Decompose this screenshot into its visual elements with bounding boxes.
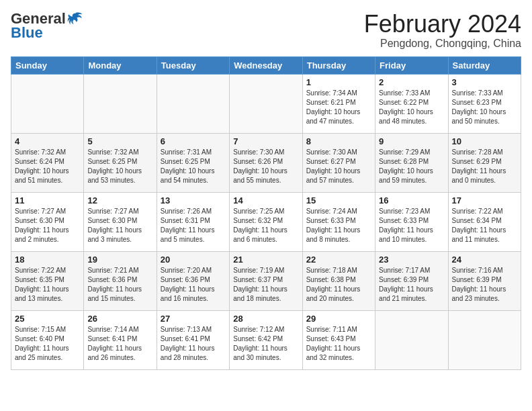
calendar-cell: 24Sunrise: 7:16 AM Sunset: 6:39 PM Dayli… xyxy=(448,251,521,310)
day-info: Sunrise: 7:32 AM Sunset: 6:24 PM Dayligh… xyxy=(15,148,80,185)
calendar-week-row: 25Sunrise: 7:15 AM Sunset: 6:40 PM Dayli… xyxy=(11,310,521,369)
day-number: 6 xyxy=(161,136,226,146)
day-number: 29 xyxy=(306,314,371,324)
day-info: Sunrise: 7:20 AM Sunset: 6:36 PM Dayligh… xyxy=(161,266,226,304)
calendar-cell: 11Sunrise: 7:27 AM Sunset: 6:30 PM Dayli… xyxy=(11,192,84,251)
calendar-subtitle: Pengdong, Chongqing, China xyxy=(364,38,521,50)
calendar-week-row: 11Sunrise: 7:27 AM Sunset: 6:30 PM Dayli… xyxy=(11,192,521,251)
logo-bird-icon xyxy=(67,11,83,27)
calendar-cell: 27Sunrise: 7:13 AM Sunset: 6:41 PM Dayli… xyxy=(157,310,229,369)
calendar-cell: 12Sunrise: 7:27 AM Sunset: 6:30 PM Dayli… xyxy=(84,192,157,251)
day-info: Sunrise: 7:23 AM Sunset: 6:33 PM Dayligh… xyxy=(379,207,444,244)
day-number: 12 xyxy=(87,195,152,205)
day-info: Sunrise: 7:22 AM Sunset: 6:34 PM Dayligh… xyxy=(452,207,517,244)
day-number: 25 xyxy=(15,314,80,324)
calendar-week-row: 4Sunrise: 7:32 AM Sunset: 6:24 PM Daylig… xyxy=(11,133,521,192)
calendar-header-saturday: Saturday xyxy=(448,56,521,74)
day-info: Sunrise: 7:28 AM Sunset: 6:29 PM Dayligh… xyxy=(452,148,517,185)
calendar-header-tuesday: Tuesday xyxy=(157,56,229,74)
logo-blue-text: Blue xyxy=(11,24,43,42)
day-number: 23 xyxy=(379,255,444,265)
calendar-cell: 23Sunrise: 7:17 AM Sunset: 6:39 PM Dayli… xyxy=(375,251,448,310)
calendar-cell: 5Sunrise: 7:32 AM Sunset: 6:25 PM Daylig… xyxy=(84,133,157,192)
calendar-cell: 22Sunrise: 7:18 AM Sunset: 6:38 PM Dayli… xyxy=(302,251,375,310)
day-info: Sunrise: 7:27 AM Sunset: 6:30 PM Dayligh… xyxy=(87,207,152,244)
day-number: 3 xyxy=(452,77,517,87)
day-info: Sunrise: 7:34 AM Sunset: 6:21 PM Dayligh… xyxy=(306,89,371,126)
calendar-cell: 13Sunrise: 7:26 AM Sunset: 6:31 PM Dayli… xyxy=(157,192,229,251)
calendar-cell: 8Sunrise: 7:30 AM Sunset: 6:27 PM Daylig… xyxy=(302,133,375,192)
day-info: Sunrise: 7:19 AM Sunset: 6:37 PM Dayligh… xyxy=(233,266,298,304)
day-number: 14 xyxy=(233,195,298,205)
day-number: 7 xyxy=(233,136,298,146)
calendar-header-friday: Friday xyxy=(375,56,448,74)
calendar-header-wednesday: Wednesday xyxy=(230,56,302,74)
day-number: 4 xyxy=(15,136,80,146)
day-number: 20 xyxy=(161,255,226,265)
calendar-week-row: 18Sunrise: 7:22 AM Sunset: 6:35 PM Dayli… xyxy=(11,251,521,310)
calendar-cell: 16Sunrise: 7:23 AM Sunset: 6:33 PM Dayli… xyxy=(375,192,448,251)
day-info: Sunrise: 7:30 AM Sunset: 6:27 PM Dayligh… xyxy=(306,148,371,185)
day-number: 1 xyxy=(306,77,371,87)
calendar-week-row: 1Sunrise: 7:34 AM Sunset: 6:21 PM Daylig… xyxy=(11,74,521,133)
calendar-cell: 25Sunrise: 7:15 AM Sunset: 6:40 PM Dayli… xyxy=(11,310,84,369)
day-number: 5 xyxy=(87,136,152,146)
day-number: 18 xyxy=(15,255,80,265)
calendar-cell: 15Sunrise: 7:24 AM Sunset: 6:33 PM Dayli… xyxy=(302,192,375,251)
calendar-cell: 14Sunrise: 7:25 AM Sunset: 6:32 PM Dayli… xyxy=(230,192,302,251)
day-number: 13 xyxy=(161,195,226,205)
calendar-cell: 17Sunrise: 7:22 AM Sunset: 6:34 PM Dayli… xyxy=(448,192,521,251)
calendar-cell: 6Sunrise: 7:31 AM Sunset: 6:25 PM Daylig… xyxy=(157,133,229,192)
calendar-cell: 21Sunrise: 7:19 AM Sunset: 6:37 PM Dayli… xyxy=(230,251,302,310)
calendar-cell: 3Sunrise: 7:33 AM Sunset: 6:23 PM Daylig… xyxy=(448,74,521,133)
calendar-cell: 4Sunrise: 7:32 AM Sunset: 6:24 PM Daylig… xyxy=(11,133,84,192)
day-info: Sunrise: 7:24 AM Sunset: 6:33 PM Dayligh… xyxy=(306,207,371,244)
day-number: 8 xyxy=(306,136,371,146)
calendar-cell: 10Sunrise: 7:28 AM Sunset: 6:29 PM Dayli… xyxy=(448,133,521,192)
day-info: Sunrise: 7:27 AM Sunset: 6:30 PM Dayligh… xyxy=(15,207,80,244)
day-info: Sunrise: 7:33 AM Sunset: 6:23 PM Dayligh… xyxy=(452,89,517,126)
day-info: Sunrise: 7:32 AM Sunset: 6:25 PM Dayligh… xyxy=(87,148,152,185)
day-number: 24 xyxy=(452,255,517,265)
day-number: 2 xyxy=(379,77,444,87)
calendar-header-thursday: Thursday xyxy=(302,56,375,74)
calendar-cell: 2Sunrise: 7:33 AM Sunset: 6:22 PM Daylig… xyxy=(375,74,448,133)
calendar-header-monday: Monday xyxy=(84,56,157,74)
logo: General Blue xyxy=(11,11,83,42)
day-info: Sunrise: 7:13 AM Sunset: 6:41 PM Dayligh… xyxy=(161,325,226,363)
calendar-table: SundayMondayTuesdayWednesdayThursdayFrid… xyxy=(11,56,521,370)
day-number: 27 xyxy=(161,314,226,324)
calendar-title: February 2024 xyxy=(364,11,521,38)
day-number: 16 xyxy=(379,195,444,205)
calendar-cell xyxy=(375,310,448,369)
page-header: General Blue February 2024 Pengdong, Cho… xyxy=(11,11,521,50)
calendar-header-row: SundayMondayTuesdayWednesdayThursdayFrid… xyxy=(11,56,521,74)
day-info: Sunrise: 7:25 AM Sunset: 6:32 PM Dayligh… xyxy=(233,207,298,244)
day-info: Sunrise: 7:15 AM Sunset: 6:40 PM Dayligh… xyxy=(15,325,80,363)
calendar-cell xyxy=(84,74,157,133)
calendar-cell: 20Sunrise: 7:20 AM Sunset: 6:36 PM Dayli… xyxy=(157,251,229,310)
day-number: 10 xyxy=(452,136,517,146)
day-number: 11 xyxy=(15,195,80,205)
day-info: Sunrise: 7:22 AM Sunset: 6:35 PM Dayligh… xyxy=(15,266,80,304)
calendar-cell xyxy=(448,310,521,369)
calendar-body: 1Sunrise: 7:34 AM Sunset: 6:21 PM Daylig… xyxy=(11,74,521,369)
calendar-cell: 7Sunrise: 7:30 AM Sunset: 6:26 PM Daylig… xyxy=(230,133,302,192)
calendar-cell xyxy=(157,74,229,133)
calendar-cell xyxy=(230,74,302,133)
day-info: Sunrise: 7:26 AM Sunset: 6:31 PM Dayligh… xyxy=(161,207,226,244)
day-number: 9 xyxy=(379,136,444,146)
calendar-cell: 18Sunrise: 7:22 AM Sunset: 6:35 PM Dayli… xyxy=(11,251,84,310)
day-number: 17 xyxy=(452,195,517,205)
day-info: Sunrise: 7:21 AM Sunset: 6:36 PM Dayligh… xyxy=(87,266,152,304)
day-info: Sunrise: 7:12 AM Sunset: 6:42 PM Dayligh… xyxy=(233,325,298,363)
calendar-cell: 26Sunrise: 7:14 AM Sunset: 6:41 PM Dayli… xyxy=(84,310,157,369)
day-info: Sunrise: 7:33 AM Sunset: 6:22 PM Dayligh… xyxy=(379,89,444,126)
day-info: Sunrise: 7:14 AM Sunset: 6:41 PM Dayligh… xyxy=(87,325,152,363)
day-number: 26 xyxy=(87,314,152,324)
day-number: 22 xyxy=(306,255,371,265)
day-info: Sunrise: 7:17 AM Sunset: 6:39 PM Dayligh… xyxy=(379,266,444,304)
day-number: 21 xyxy=(233,255,298,265)
calendar-cell: 29Sunrise: 7:11 AM Sunset: 6:43 PM Dayli… xyxy=(302,310,375,369)
day-info: Sunrise: 7:16 AM Sunset: 6:39 PM Dayligh… xyxy=(452,266,517,304)
